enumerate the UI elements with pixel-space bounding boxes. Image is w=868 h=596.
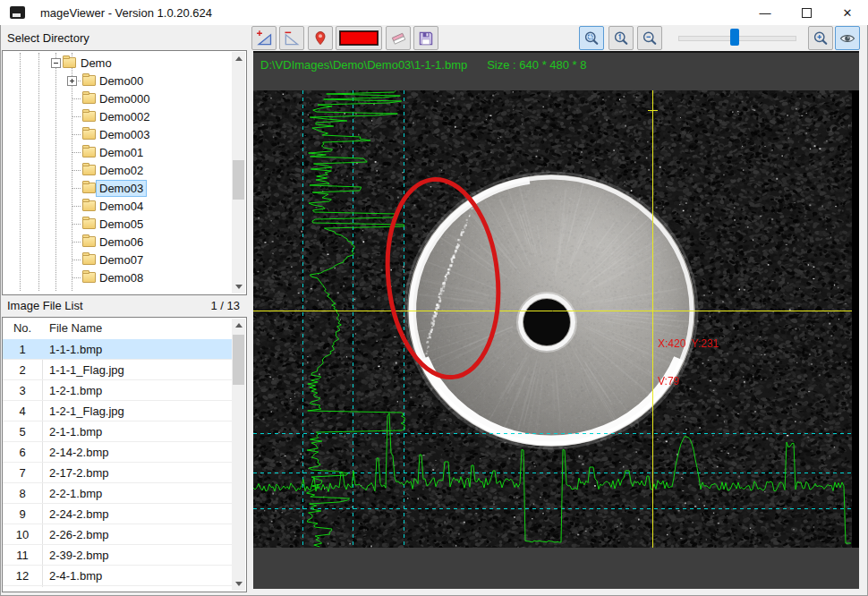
tree-item-demo003[interactable]: Demo003 (3, 125, 230, 143)
file-name: 2-26-2.bmp (49, 528, 108, 541)
tree-scrollbar-thumb[interactable] (233, 160, 244, 200)
add-shape-button[interactable] (251, 26, 277, 50)
folder-icon (82, 111, 96, 122)
save-button[interactable] (413, 26, 438, 50)
tree-item-label: Demo000 (97, 91, 152, 106)
scroll-down-arrow[interactable] (232, 280, 245, 294)
file-name: 1-1-1.bmp (49, 343, 102, 356)
file-row[interactable]: 5 2-1-1.bmp (3, 421, 232, 442)
file-name: 2-17-2.bmp (49, 466, 108, 480)
folder-icon (82, 165, 96, 175)
tree-item-demo01[interactable]: Demo01 (3, 143, 230, 161)
file-name: 2-2-1.bmp (49, 487, 102, 500)
file-no: 8 (3, 487, 42, 500)
tree-stub-line (72, 242, 81, 243)
tree-item-demo08[interactable]: Demo08 (3, 268, 230, 286)
minimize-button[interactable]: — (745, 0, 786, 25)
tree-item-demo00[interactable]: Demo00 (3, 72, 230, 89)
remove-shape-button[interactable] (279, 26, 304, 50)
directory-tree: Demo Demo00 Demo000 Demo002 Demo003 Demo… (2, 50, 247, 295)
file-row[interactable]: 9 2-24-2.bmp (3, 504, 232, 524)
tree-stub-line (72, 116, 81, 117)
close-button[interactable]: ✕ (827, 0, 868, 25)
tree-item-demo07[interactable]: Demo07 (3, 251, 230, 268)
file-row[interactable]: 7 2-17-2.bmp (3, 463, 232, 483)
file-row[interactable]: 4 1-2-1_Flag.jpg (3, 401, 232, 421)
tree-item-label: Demo06 (97, 234, 146, 250)
tree-item-demo06[interactable]: Demo06 (3, 233, 230, 251)
file-no: 4 (3, 404, 42, 418)
tree-stub-line (72, 98, 81, 99)
eye-toggle-button[interactable] (835, 26, 860, 50)
scroll-down-arrow[interactable] (232, 577, 245, 591)
color-swatch-button[interactable] (336, 26, 382, 50)
tree-stub-line (72, 206, 81, 207)
file-name: 1-2-1_Flag.jpg (49, 404, 124, 418)
file-counter: 1 / 13 (199, 299, 240, 312)
file-no: 3 (3, 384, 42, 397)
maximize-button[interactable] (786, 0, 827, 25)
folder-icon (82, 147, 96, 158)
maximize-icon (802, 8, 812, 18)
image-path: D:\VDImages\Demo\Demo03\1-1-1.bmp (260, 58, 467, 72)
file-no: 9 (3, 507, 42, 521)
zoom-fit-icon (582, 30, 601, 47)
marker-pin-button[interactable] (308, 26, 333, 50)
tree-item-label: Demo002 (97, 109, 152, 124)
file-no: 12 (3, 569, 42, 583)
expand-expander-icon[interactable] (67, 76, 77, 86)
tree-item-demo03-selected[interactable]: Demo03 (3, 179, 230, 197)
zoom-slider-handle[interactable] (730, 29, 739, 46)
zoom-one-button[interactable] (608, 26, 634, 50)
file-list-scrollbar-thumb[interactable] (233, 335, 244, 385)
tree-item-label-selected: Demo03 (97, 181, 146, 196)
scroll-up-arrow[interactable] (232, 52, 245, 65)
file-name: 2-1-1.bmp (49, 425, 102, 438)
tree-item-label: Demo08 (97, 270, 146, 285)
file-row[interactable]: 6 2-14-2.bmp (3, 442, 232, 463)
tree-item-label: Demo01 (97, 145, 146, 160)
folder-icon (82, 93, 96, 104)
eraser-button[interactable] (386, 26, 411, 50)
file-row[interactable]: 10 2-26-2.bmp (3, 524, 232, 545)
zoom-fit-button[interactable] (579, 26, 604, 50)
file-no: 5 (3, 425, 42, 438)
file-row-selected[interactable]: 1 1-1-1.bmp (3, 339, 232, 360)
tree-item-demo002[interactable]: Demo002 (3, 107, 230, 125)
folder-icon (82, 218, 96, 229)
tree-item-demo02[interactable]: Demo02 (3, 161, 230, 179)
tree-scrollbar[interactable] (232, 52, 245, 294)
scroll-up-arrow[interactable] (232, 319, 245, 332)
tree-stub-line (72, 134, 81, 135)
zoom-out-button[interactable] (637, 26, 662, 50)
zoom-in-button[interactable] (808, 26, 833, 50)
collapse-expander-icon[interactable] (51, 58, 61, 68)
image-path-bar: D:\VDImages\Demo\Demo03\1-1-1.bmpSize : … (260, 58, 587, 72)
minimize-icon: — (760, 6, 771, 20)
file-list-scrollbar[interactable] (232, 319, 245, 591)
file-row[interactable]: 12 2-4-1.bmp (3, 566, 232, 586)
tree-stub-line (72, 170, 81, 171)
file-row[interactable]: 2 1-1-1_Flag.jpg (3, 360, 232, 380)
file-row[interactable]: 8 2-2-1.bmp (3, 483, 232, 504)
select-directory-label: Select Directory (7, 31, 89, 45)
tree-item-demo000[interactable]: Demo000 (3, 89, 230, 107)
folder-icon (82, 236, 96, 247)
tree-stub-line (72, 260, 81, 260)
folder-icon (82, 272, 96, 283)
tree-item-label: Demo (78, 55, 115, 71)
image-canvas[interactable] (253, 90, 859, 548)
tree-item-label: Demo02 (97, 163, 146, 178)
tree-item-demo04[interactable]: Demo04 (3, 197, 230, 215)
file-name: 2-24-2.bmp (49, 507, 108, 521)
file-row[interactable]: 11 2-39-2.bmp (3, 545, 232, 566)
tree-item-demo[interactable]: Demo (3, 54, 230, 72)
file-row[interactable]: 3 1-2-1.bmp (3, 380, 232, 401)
close-icon: ✕ (843, 6, 853, 20)
image-file-list-label: Image File List (7, 299, 83, 312)
folder-icon (82, 183, 96, 193)
tree-item-demo05[interactable]: Demo05 (3, 215, 230, 233)
file-table: No. File Name 1 1-1-1.bmp 2 1-1-1_Flag.j… (2, 317, 247, 592)
title-bar: mageViewer - Version 1.0.20.624 — ✕ (0, 0, 868, 25)
cursor-value: V:79 (658, 375, 719, 387)
